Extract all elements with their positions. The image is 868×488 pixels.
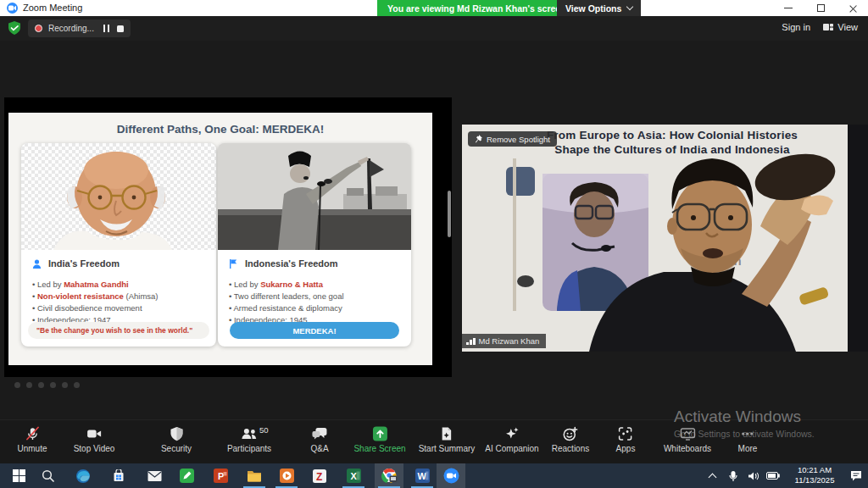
taskbar-word[interactable]: W (408, 463, 437, 488)
chat-bubbles-icon (312, 425, 328, 441)
taskbar-excel[interactable]: X (339, 463, 368, 488)
qa-button[interactable]: Q&A (310, 425, 328, 453)
taskbar-clock[interactable]: 10:21 AM 11/13/2025 (784, 465, 845, 485)
recording-indicator: Recording... (28, 19, 131, 37)
more-label: More (738, 444, 758, 453)
taskbar-media-player[interactable] (272, 463, 301, 488)
share-screen-label: Share Screen (353, 444, 405, 453)
more-button[interactable]: More (738, 425, 758, 453)
whiteboard-icon (679, 425, 695, 441)
smiley-icon (563, 425, 578, 441)
reactions-label: Reactions (552, 444, 589, 453)
india-card: India's Freedom • Led by Mahatma Gandhi … (21, 143, 216, 347)
security-shield-icon[interactable] (7, 20, 22, 39)
presentation-slide: Different Paths, One Goal: MERDEKA! (8, 113, 432, 365)
share-screen-button[interactable]: Share Screen (353, 425, 405, 453)
taskbar-zoom[interactable] (437, 463, 465, 488)
qa-label: Q&A (310, 444, 328, 453)
whiteboards-button[interactable]: Whiteboards (664, 425, 711, 453)
sparkle-icon (504, 425, 520, 441)
taskbar-file-explorer[interactable] (240, 463, 269, 488)
zoom-meeting-window: Zoom Meeting You are viewing Md Rizwan K… (0, 0, 868, 488)
maximize-button[interactable] (805, 0, 836, 16)
svg-text:Z: Z (316, 471, 322, 483)
taskbar-zotero[interactable]: Z (305, 463, 334, 488)
taskbar-chrome[interactable] (375, 463, 403, 488)
sign-in-button[interactable]: Sign in (782, 22, 810, 32)
india-bullets: • Led by Mahatma Gandhi • Non-violent re… (32, 279, 209, 326)
taskbar-powerpoint[interactable]: P (206, 463, 235, 488)
participants-count: 50 (259, 425, 269, 435)
windows-logo-icon (13, 469, 25, 482)
stop-recording-button[interactable] (117, 25, 124, 32)
slide-scrollbar (448, 191, 451, 237)
shield-icon (170, 425, 184, 441)
stop-video-button[interactable]: Stop Video (74, 425, 115, 453)
layout-grid-icon (823, 22, 833, 32)
excel-icon: X (347, 469, 361, 483)
apps-label: Apps (616, 444, 636, 453)
flag-icon (229, 259, 238, 269)
windows-taskbar: P Z X W (0, 463, 868, 488)
indonesia-card: Indonesia's Freedom • Led by Sukarno & H… (218, 143, 411, 347)
chevron-down-icon (626, 3, 633, 10)
remove-spotlight-button[interactable]: Remove Spotlight (468, 131, 557, 147)
tray-device-icon[interactable] (723, 463, 743, 488)
remove-spotlight-label: Remove Spotlight (487, 135, 550, 144)
indonesia-card-heading: Indonesia's Freedom (245, 258, 338, 269)
bullet-item: • Armed resistance & diplomacy (229, 302, 404, 314)
taskbar-mail[interactable] (140, 463, 169, 488)
view-options-button[interactable]: View Options (557, 0, 641, 16)
security-button[interactable]: Security (161, 425, 192, 453)
whiteboards-label: Whiteboards (664, 444, 711, 453)
bullet-item: • Led by Sukarno & Hatta (229, 279, 404, 291)
window-title: Zoom Meeting (23, 3, 82, 13)
chrome-icon (381, 468, 398, 484)
clock-date: 11/13/2025 (784, 475, 845, 485)
stop-video-label: Stop Video (74, 444, 115, 453)
word-icon: W (415, 469, 430, 483)
start-button[interactable] (4, 463, 33, 488)
shared-screen-region: Different Paths, One Goal: MERDEKA! (4, 97, 452, 377)
tray-battery-icon[interactable] (763, 463, 783, 488)
slide-title: Different Paths, One Goal: MERDEKA! (8, 123, 432, 136)
recording-dot-icon (35, 25, 42, 32)
unmute-button[interactable]: Unmute (17, 425, 47, 453)
edge-icon (75, 469, 91, 484)
meeting-header: Recording... Sign in View (0, 16, 868, 41)
file-explorer-icon (247, 469, 262, 482)
zotero-icon: Z (313, 469, 326, 483)
taskbar-notes-app[interactable] (172, 463, 201, 488)
view-label: View (837, 22, 858, 32)
bullet-item: • Two different leaders, one goal (229, 291, 404, 302)
view-options-label: View Options (565, 3, 621, 14)
security-label: Security (161, 444, 192, 453)
bullet-item: • Led by Mahatma Gandhi (32, 279, 209, 291)
participants-icon: 50 (241, 425, 258, 441)
tray-chevron-up[interactable] (702, 463, 722, 488)
gandhi-quote: "Be the change you wish to see in the wo… (28, 322, 209, 339)
close-button[interactable] (837, 0, 868, 16)
video-camera-icon (86, 425, 103, 441)
tray-volume-icon[interactable] (743, 463, 764, 488)
taskbar-search-button[interactable] (33, 463, 62, 488)
store-icon (112, 469, 125, 483)
apps-button[interactable]: Apps (616, 425, 636, 453)
participants-button[interactable]: 50 Participants (227, 425, 271, 453)
taskbar-edge[interactable] (69, 463, 97, 488)
svg-text:X: X (350, 471, 357, 481)
indonesia-bullets: • Led by Sukarno & Hatta • Two different… (229, 279, 404, 326)
notes-app-icon (180, 469, 194, 483)
pause-recording-button[interactable] (103, 25, 110, 32)
start-summary-button[interactable]: Start Summary (419, 425, 476, 453)
ai-companion-button[interactable]: AI Companion (485, 425, 538, 453)
view-layout-button[interactable]: View (823, 22, 858, 32)
minimize-button[interactable] (773, 0, 804, 16)
apps-icon (618, 425, 633, 441)
taskbar-store[interactable] (104, 463, 133, 488)
action-center-icon[interactable] (846, 463, 866, 488)
india-card-heading: India's Freedom (48, 258, 120, 269)
meeting-toolbar: Unmute Stop Video Security 50 Participan… (0, 419, 868, 463)
reactions-button[interactable]: Reactions (552, 425, 589, 453)
zoom-app-icon (443, 468, 459, 484)
